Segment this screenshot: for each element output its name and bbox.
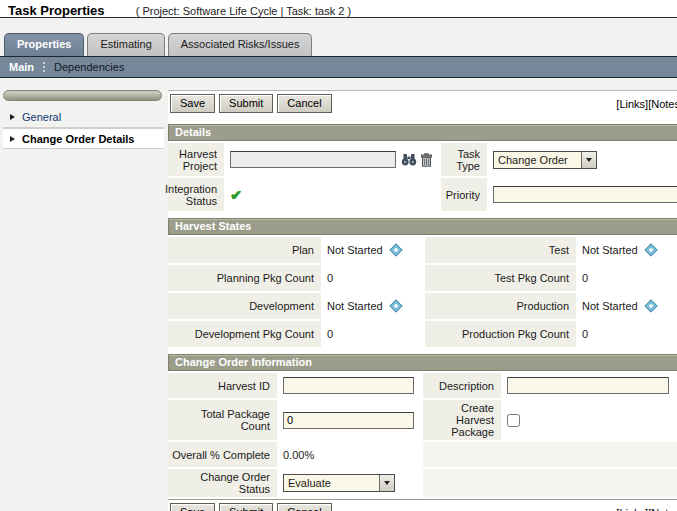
harvest-id-label: Harvest ID [168,373,277,398]
change-order-section: Change Order Information Harvest ID Desc… [168,354,677,497]
total-package-count-label: Total Package Count [168,400,277,440]
links-notes: [Links][Notes] [616,507,677,511]
state-diamond-icon [644,299,658,313]
harvest-id-input[interactable] [283,377,414,394]
create-harvest-package-checkbox[interactable] [507,414,520,427]
harvest-states-section-header: Harvest States [168,218,677,235]
submit-button[interactable]: Submit [219,503,273,511]
sidebar: General Change Order Details [0,90,168,149]
harvest-project-field [224,143,436,176]
page-header: Task Properties ( Project: Software Life… [0,0,677,18]
page-context: ( Project: Software Life Cycle | Task: t… [136,5,351,17]
notes-link[interactable]: [Notes] [648,507,677,511]
main-content: Save Submit Cancel [Links][Notes] Detail… [168,90,677,511]
sidebar-item-label: General [22,111,61,123]
test-pkg-count-value: 0 [576,265,677,291]
task-type-select[interactable]: Change Order [493,151,597,169]
planning-pkg-count-label: Planning Pkg Count [168,265,321,291]
tab-estimating[interactable]: Estimating [87,33,164,56]
development-pkg-count-label: Development Pkg Count [168,321,321,347]
integration-status-label: Integration Status [168,178,224,211]
tab-properties[interactable]: Properties [4,33,84,56]
notes-link[interactable]: [Notes] [648,98,677,110]
links-notes: [Links][Notes] [616,98,677,110]
trash-icon[interactable] [420,153,433,167]
subnav-item-main[interactable]: Main [9,61,34,73]
priority-input[interactable] [493,186,677,203]
bottom-toolbar: Save Submit Cancel [Links][Notes] [168,499,677,511]
change-order-status-select[interactable]: Evaluate [283,474,395,492]
test-label: Test [425,237,576,263]
state-diamond-icon [389,243,403,257]
production-pkg-count-label: Production Pkg Count [425,321,576,347]
sidebar-header-pill [3,90,162,101]
save-button[interactable]: Save [170,503,215,511]
cancel-button[interactable]: Cancel [277,503,331,511]
subnav-item-dependencies[interactable]: Dependencies [54,61,124,73]
state-diamond-icon [389,299,403,313]
change-order-section-header: Change Order Information [168,354,677,371]
development-label: Development [168,293,321,319]
links-link[interactable]: [Links] [616,507,648,511]
change-order-status-label: Change Order Status [168,469,277,497]
top-toolbar: Save Submit Cancel [Links][Notes] [168,91,677,117]
harvest-project-label: Harvest Project [168,143,224,176]
overall-pct-complete-label: Overall % Complete [168,442,277,467]
tab-associated-risks-issues[interactable]: Associated Risks/Issues [168,33,313,56]
harvest-states-section: Harvest States Plan Not Started Test Not… [168,218,677,347]
description-input[interactable] [507,377,669,394]
planning-pkg-count-value: 0 [321,265,419,291]
dropdown-arrow-icon[interactable] [581,152,596,168]
harvest-project-input[interactable] [230,151,396,168]
sidebar-item-change-order-details[interactable]: Change Order Details [3,128,164,149]
change-order-status-selected-value: Evaluate [284,477,379,489]
create-harvest-package-label: Create Harvest Package [423,400,501,440]
details-section-header: Details [168,124,677,141]
submit-button[interactable]: Submit [219,94,273,113]
state-diamond-icon [644,243,658,257]
development-state: Not Started [321,293,419,319]
save-button[interactable]: Save [170,94,215,113]
details-section: Details Harvest Project Task Type Cha [168,124,677,211]
task-type-label: Task Type [441,143,487,176]
tab-strip: Properties Estimating Associated Risks/I… [0,18,677,56]
overall-pct-complete-value: 0.00% [277,442,417,467]
total-package-count-input[interactable] [283,412,414,429]
sidebar-item-label: Change Order Details [22,133,134,145]
production-pkg-count-value: 0 [576,321,677,347]
subnav-separator [43,62,45,72]
page-title: Task Properties [8,3,105,18]
plan-state: Not Started [321,237,419,263]
sidebar-item-general[interactable]: General [3,107,164,128]
chevron-right-icon [10,114,15,120]
links-link[interactable]: [Links] [616,98,648,110]
test-pkg-count-label: Test Pkg Count [425,265,576,291]
test-state: Not Started [576,237,677,263]
production-state: Not Started [576,293,677,319]
task-type-selected-value: Change Order [494,154,581,166]
priority-label: Priority [441,178,487,211]
development-pkg-count-value: 0 [321,321,419,347]
production-label: Production [425,293,576,319]
description-label: Description [423,373,501,398]
plan-label: Plan [168,237,321,263]
green-check-icon: ✔ [230,187,242,203]
subnav-bar: Main Dependencies [0,56,677,78]
cancel-button[interactable]: Cancel [277,94,331,113]
chevron-right-icon [10,136,15,142]
dropdown-arrow-icon[interactable] [379,475,394,491]
binoculars-icon[interactable] [401,153,417,166]
